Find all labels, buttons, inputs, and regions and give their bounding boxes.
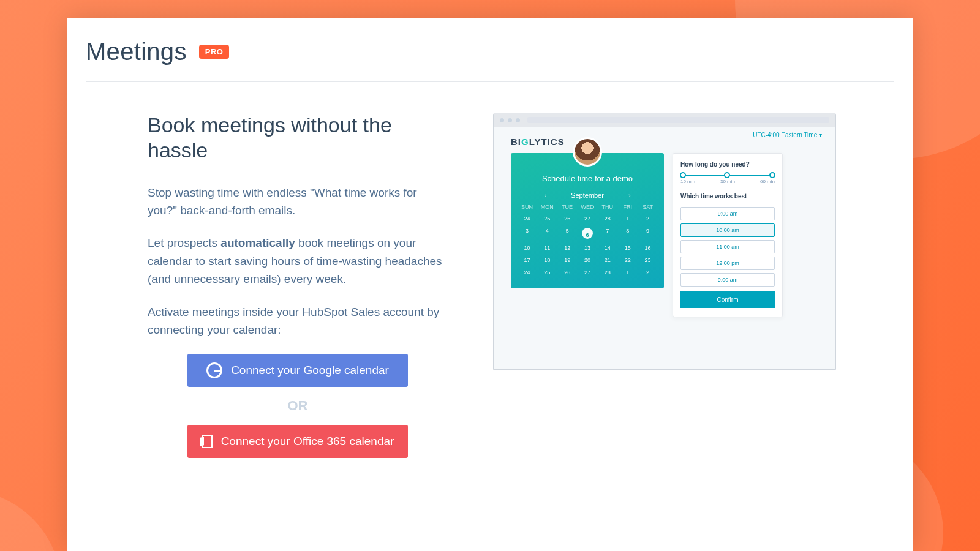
- timezone-link[interactable]: UTC-4:00 Eastern Time ▾: [753, 132, 822, 138]
- dow: TUE: [557, 204, 578, 210]
- hero-paragraph-2: Let prospects automatically book meeting…: [148, 234, 448, 288]
- calendar-day[interactable]: 20: [578, 255, 598, 265]
- calendar-day[interactable]: 13: [578, 243, 598, 253]
- p2-b: automatically: [221, 236, 295, 249]
- duration-opt: 60 min: [760, 179, 775, 184]
- calendar-day[interactable]: 7: [597, 226, 617, 241]
- card-header: Meetings PRO: [86, 33, 894, 82]
- brand-right: LYTICS: [529, 137, 565, 147]
- calendar-week-row: 17181920212223: [517, 255, 658, 265]
- calendar-month-label: September: [571, 192, 604, 199]
- dow: WED: [578, 204, 598, 210]
- dow: FRI: [617, 204, 638, 210]
- duration-question: How long do you need?: [680, 161, 775, 168]
- calendar-week-row: 10111213141516: [517, 243, 658, 253]
- slider-knob[interactable]: [680, 172, 686, 178]
- calendar-day[interactable]: 24: [517, 214, 537, 223]
- address-bar: [527, 117, 829, 123]
- calendar-week-row: 242526272812: [517, 214, 658, 223]
- pro-badge: PRO: [199, 45, 230, 59]
- time-slot[interactable]: 9:00 am: [680, 273, 775, 287]
- calendar-dow-row: SUN MON TUE WED THU FRI SAT: [517, 204, 658, 210]
- time-question: Which time works best: [680, 193, 775, 200]
- calendar-day[interactable]: 25: [537, 214, 557, 223]
- google-button-label: Connect your Google calendar: [231, 364, 389, 377]
- hero-subtitle: Book meetings without the hassle: [148, 113, 448, 163]
- office365-icon: [202, 435, 213, 448]
- calendar-day[interactable]: 10: [517, 243, 537, 253]
- hero-paragraph-1: Stop wasting time with endless "What tim…: [148, 184, 448, 220]
- calendar-day-today[interactable]: 6: [582, 228, 593, 239]
- p2-a: Let prospects: [148, 236, 221, 249]
- time-picker-panel: How long do you need? 15 min 30 min 60: [673, 153, 783, 317]
- duration-opt: 30 min: [720, 179, 735, 184]
- calendar-day[interactable]: 1: [617, 214, 638, 223]
- main-card: Meetings PRO Book meetings without the h…: [67, 18, 913, 551]
- next-month-icon[interactable]: ›: [628, 192, 631, 199]
- duration-opt: 15 min: [680, 179, 695, 184]
- or-separator: OR: [288, 398, 308, 414]
- calendar-day[interactable]: 14: [597, 243, 617, 253]
- calendar-weeks: 2425262728123456789101112131415161718192…: [517, 214, 658, 277]
- hero-paragraph-3: Activate meetings inside your HubSpot Sa…: [148, 303, 448, 339]
- calendar-month-row: ‹ September ›: [517, 192, 658, 199]
- calendar-day[interactable]: 1: [617, 268, 638, 277]
- slider-knob[interactable]: [769, 172, 775, 178]
- connect-google-button[interactable]: Connect your Google calendar: [187, 354, 408, 387]
- calendar-day[interactable]: 2: [638, 268, 658, 277]
- calendar-day[interactable]: 24: [517, 268, 537, 277]
- connect-office365-button[interactable]: Connect your Office 365 calendar: [187, 425, 408, 458]
- calendar-day[interactable]: 11: [537, 243, 557, 253]
- calendar-day[interactable]: 19: [557, 255, 578, 265]
- calendar-day[interactable]: 3: [517, 226, 537, 241]
- calendar-day[interactable]: 27: [578, 268, 598, 277]
- preview-panels: Schedule time for a demo ‹ September › S…: [511, 153, 823, 317]
- calendar-day[interactable]: 26: [557, 268, 578, 277]
- calendar-day[interactable]: 4: [537, 226, 557, 241]
- calendar-title: Schedule time for a demo: [517, 174, 658, 183]
- preview-browser: UTC-4:00 Eastern Time ▾ BIGLYTICS Schedu…: [493, 113, 836, 370]
- calendar-day[interactable]: 25: [537, 268, 557, 277]
- window-dot: [508, 118, 512, 122]
- office365-button-label: Connect your Office 365 calendar: [221, 435, 394, 448]
- calendar-day[interactable]: 16: [638, 243, 658, 253]
- calendar-day[interactable]: 22: [617, 255, 638, 265]
- time-slot[interactable]: 11:00 am: [680, 240, 775, 253]
- confirm-button[interactable]: Confirm: [680, 291, 775, 308]
- slider-knob[interactable]: [724, 172, 730, 178]
- preview-column: UTC-4:00 Eastern Time ▾ BIGLYTICS Schedu…: [472, 113, 857, 523]
- calendar-week-row: 3456789: [517, 226, 658, 241]
- calendar-day[interactable]: 27: [578, 214, 598, 223]
- prev-month-icon[interactable]: ‹: [544, 192, 546, 199]
- calendar-day[interactable]: 9: [638, 226, 658, 241]
- calendar-day[interactable]: 17: [517, 255, 537, 265]
- time-slot[interactable]: 12:00 pm: [680, 257, 775, 270]
- calendar-day[interactable]: 28: [597, 214, 617, 223]
- window-dot: [516, 118, 520, 122]
- calendar-day[interactable]: 12: [557, 243, 578, 253]
- text-column: Book meetings without the hassle Stop wa…: [148, 113, 448, 523]
- calendar-day[interactable]: 8: [617, 226, 638, 241]
- dow: MON: [537, 204, 557, 210]
- duration-labels: 15 min 30 min 60 min: [680, 179, 775, 184]
- brand-mid: G: [521, 137, 529, 147]
- time-slots: 9:00 am10:00 am11:00 am12:00 pm9:00 am: [680, 207, 775, 287]
- calendar-day[interactable]: 23: [638, 255, 658, 265]
- brand-left: BI: [511, 137, 521, 147]
- calendar-panel: Schedule time for a demo ‹ September › S…: [511, 153, 664, 288]
- time-slot[interactable]: 9:00 am: [680, 207, 775, 220]
- duration-slider[interactable]: [680, 175, 775, 176]
- decorative-circle: [0, 490, 61, 551]
- time-slot[interactable]: 10:00 am: [680, 223, 775, 237]
- calendar-day[interactable]: 5: [557, 226, 578, 241]
- calendar-day[interactable]: 15: [617, 243, 638, 253]
- calendar-day[interactable]: 6: [578, 226, 598, 241]
- dow: SUN: [517, 204, 537, 210]
- dow: THU: [597, 204, 617, 210]
- calendar-day[interactable]: 2: [638, 214, 658, 223]
- google-icon: [206, 362, 222, 378]
- calendar-day[interactable]: 26: [557, 214, 578, 223]
- calendar-day[interactable]: 28: [597, 268, 617, 277]
- calendar-day[interactable]: 21: [597, 255, 617, 265]
- calendar-day[interactable]: 18: [537, 255, 557, 265]
